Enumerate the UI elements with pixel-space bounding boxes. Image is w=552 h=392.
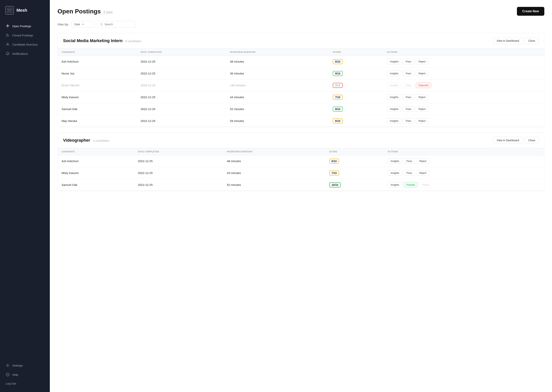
view-dashboard-button[interactable]: View in Dashboard	[493, 137, 523, 144]
close-job-button[interactable]: Close	[525, 137, 539, 144]
svg-point-8	[7, 365, 8, 366]
table-row: Brock Takeshi2022-12-25146 minutes3/10In…	[58, 79, 544, 91]
score-cell: 7/10	[329, 91, 383, 103]
reject-button[interactable]: Reject	[416, 71, 429, 76]
sidebar-item-label: Notifications	[12, 52, 28, 55]
actions-cell: InsightsPassReject	[383, 103, 544, 115]
svg-point-7	[7, 43, 8, 45]
sidebar-bottom: Settings ? Help Log Out	[0, 358, 50, 392]
interview-duration: 59 minutes	[226, 115, 329, 127]
filter-label: Filter By:	[58, 23, 69, 26]
job-title: Social Media Marketing Intern	[63, 38, 123, 43]
pass-button[interactable]: Pass	[403, 94, 414, 100]
interview-duration: 146 minutes	[226, 79, 329, 91]
insights-button[interactable]: Insights	[388, 170, 402, 176]
insights-button[interactable]: Insights	[387, 94, 401, 100]
candidate-name: May Haruka	[58, 115, 137, 127]
jobs-count: 2 jobs	[103, 10, 113, 14]
insights-button[interactable]: Insights	[387, 83, 401, 88]
sidebar-item-open-postings[interactable]: Open Postings	[3, 22, 47, 30]
view-dashboard-button[interactable]: View in Dashboard	[493, 37, 523, 44]
search-input[interactable]	[104, 23, 131, 26]
help-icon: ?	[6, 373, 10, 377]
reject-button[interactable]: Reject	[419, 182, 432, 188]
sidebar-item-notifications[interactable]: Notifications	[3, 49, 47, 58]
app-name: Mesh	[16, 8, 27, 13]
table-row: Misty Kasumi2022-12-2543 minutes7/10Insi…	[58, 167, 544, 179]
reject-button[interactable]: Rejected	[416, 83, 431, 88]
date-filter-dropdown[interactable]: Date	[72, 21, 94, 28]
insights-button[interactable]: Insights	[387, 59, 401, 64]
sidebar-nav: Open Postings Closed Postings Candidate …	[0, 20, 50, 358]
table-row: Ash Ketchum2022-12-2548 minutes6/10Insig…	[58, 56, 544, 68]
score-cell: 10/10	[326, 179, 384, 191]
job-title: Videographer	[63, 138, 90, 143]
sidebar-item-candidate-directory[interactable]: Candidate Directory	[3, 40, 47, 49]
insights-button[interactable]: Insights	[388, 158, 402, 164]
reject-button[interactable]: Reject	[416, 106, 429, 112]
candidate-name: Misty Kasumi	[58, 167, 134, 179]
date-completed: 2022-12-25	[134, 155, 223, 167]
table-row: Samuel Oak2022-12-2552 minutes10/10Insig…	[58, 179, 544, 191]
job-card-header: Social Media Marketing Intern 8 candidat…	[58, 33, 544, 49]
person-icon	[6, 42, 10, 46]
interview-duration: 48 minutes	[223, 155, 326, 167]
insights-button[interactable]: Insights	[387, 106, 401, 112]
sidebar: Mesh Open Postings Closed Postings Candi…	[0, 0, 50, 392]
date-completed: 2022-12-25	[137, 68, 226, 79]
table-column-header: Date Completed	[137, 49, 226, 56]
job-card-header: Videographer 3 candidates View in Dashbo…	[58, 133, 544, 148]
page-header: Open Postings 2 jobs Create New	[58, 7, 544, 16]
actions-cell: InsightsPassedReject	[384, 179, 544, 191]
job-postings-container: Social Media Marketing Intern 8 candidat…	[58, 33, 544, 191]
pass-button[interactable]: Pass	[403, 118, 414, 124]
reject-button[interactable]: Reject	[416, 118, 429, 124]
candidate-name: Ash Ketchum	[58, 56, 137, 68]
score-cell: 7/10	[326, 167, 384, 179]
create-new-button[interactable]: Create New	[517, 7, 544, 16]
table-column-header: Actions	[384, 148, 544, 155]
table-column-header: Score	[326, 148, 384, 155]
candidate-name: Samuel Oak	[58, 103, 137, 115]
actions-cell: InsightsPassReject	[383, 68, 544, 79]
pass-button[interactable]: Pass	[403, 106, 414, 112]
interview-duration: 36 minutes	[226, 68, 329, 79]
date-completed: 2022-12-25	[137, 56, 226, 68]
sidebar-item-settings[interactable]: Settings	[3, 361, 47, 370]
insights-button[interactable]: Insights	[387, 71, 401, 76]
date-completed: 2022-12-25	[137, 91, 226, 103]
sidebar-item-help[interactable]: ? Help	[3, 370, 47, 379]
date-completed: 2022-12-25	[137, 115, 226, 127]
sidebar-item-closed-postings[interactable]: Closed Postings	[3, 31, 47, 39]
table-row: Samuel Oak2022-12-2552 minutes8/10Insigh…	[58, 103, 544, 115]
pass-button[interactable]: Passed	[404, 182, 418, 188]
logo-icon	[5, 6, 14, 14]
score-badge: 3/10	[333, 83, 342, 88]
logout-button[interactable]: Log Out	[3, 379, 47, 387]
page-title: Open Postings	[58, 8, 101, 15]
interview-duration: 52 minutes	[226, 103, 329, 115]
pass-button[interactable]: Pass	[403, 59, 414, 64]
pass-button[interactable]: Pass	[403, 83, 414, 88]
close-job-button[interactable]: Close	[525, 37, 539, 44]
table-column-header: Date Completed	[134, 148, 223, 155]
pass-button[interactable]: Pass	[404, 170, 415, 176]
insights-button[interactable]: Insights	[387, 118, 401, 124]
search-icon	[100, 23, 103, 26]
score-cell: 9/10	[329, 68, 383, 79]
pass-button[interactable]: Pass	[403, 71, 414, 76]
pass-button[interactable]: Pass	[404, 158, 415, 164]
reject-button[interactable]: Reject	[416, 59, 429, 64]
table-row: Misty Kasumi2022-12-2543 minutes7/10Insi…	[58, 91, 544, 103]
date-filter-label: Date	[74, 23, 80, 26]
insights-button[interactable]: Insights	[388, 182, 402, 188]
table-row: Nurse Joy2022-12-2536 minutes9/10Insight…	[58, 68, 544, 79]
table-column-header: Score	[329, 49, 383, 56]
reject-button[interactable]: Reject	[416, 94, 429, 100]
reject-button[interactable]: Reject	[416, 158, 429, 164]
score-badge: 7/10	[329, 171, 339, 175]
reject-button[interactable]: Reject	[416, 170, 429, 176]
svg-text:?: ?	[7, 373, 8, 376]
main-content: Open Postings 2 jobs Create New Filter B…	[50, 0, 552, 392]
score-badge: 6/10	[329, 159, 339, 164]
